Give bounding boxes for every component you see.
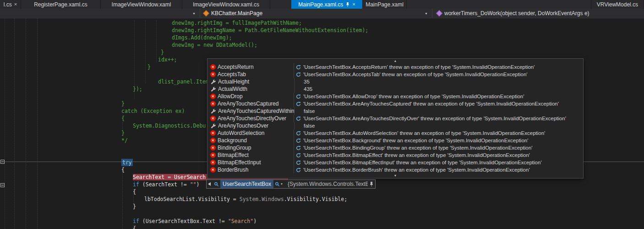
property-value: 'UserSearchTextBox.AreAnyTouchesCaptured… [303, 101, 559, 106]
refresh-icon[interactable] [296, 160, 303, 165]
property-value: 'UserSearchTextBox.BindingGroup' threw a… [303, 145, 532, 151]
code-token: } [121, 101, 125, 107]
watch-row[interactable]: ×AcceptsTab'UserSearchTextBox.AcceptsTab… [207, 71, 583, 78]
code-token: "Search" [228, 218, 253, 224]
watch-row[interactable]: AreAnyTouchesCapturedWithinfalse [207, 107, 583, 115]
property-value-cell: 35 [294, 78, 583, 85]
watch-row[interactable]: ×AllowDrop'UserSearchTextBox.AllowDrop' … [207, 93, 583, 100]
tab-5[interactable]: MainPage.xaml [363, 0, 407, 9]
minus-icon: − [1, 183, 4, 187]
tab-label: MainPage.xaml [366, 1, 404, 8]
tab-0[interactable]: l.cs× [0, 0, 21, 9]
member-dropdown[interactable]: workerTimers_DoWork(object sender, DoWor… [432, 9, 644, 18]
watch-row[interactable]: ×BorderBrush'UserSearchTextBox.BorderBru… [207, 166, 583, 173]
code-token: System.Diagnostics.Debu [133, 123, 206, 129]
error-icon: × [210, 64, 216, 70]
wrench-icon [210, 86, 216, 92]
property-value: 'UserSearchTextBox.AreAnyTouchesDirectly… [303, 116, 566, 121]
watch-row[interactable]: ×AreAnyTouchesCaptured'UserSearchTextBox… [207, 100, 583, 107]
property-value-cell: 'UserSearchTextBox.AcceptsTab' threw an … [294, 71, 583, 78]
tab-label: MainPage.xaml.cs [298, 1, 343, 8]
property-value-cell: 'UserSearchTextBox.AreAnyTouchesCaptured… [294, 100, 583, 107]
type-dropdown[interactable]: KBChatter.MainPage ▼ [200, 9, 432, 18]
code-line: if (UserSearchTextBox.Text != "Search") [0, 218, 644, 225]
refresh-icon[interactable] [296, 116, 303, 121]
project-dropdown[interactable]: ▼ [0, 9, 200, 18]
property-value: false [304, 123, 315, 128]
property-value: 'UserSearchTextBox.Background' threw an … [303, 138, 528, 143]
visualizer-icon[interactable]: ▼ [275, 182, 283, 187]
tab-4[interactable]: MainPage.xaml.cs× [291, 0, 363, 9]
tab-label: RegisterPage.xaml.cs [34, 1, 87, 8]
wrench-icon [210, 123, 216, 129]
refresh-icon[interactable] [296, 153, 303, 158]
member-dropdown-label: workerTimers_DoWork(object sender, DoWor… [444, 10, 589, 17]
refresh-icon[interactable] [296, 168, 303, 173]
chevron-down-icon: ▼ [192, 12, 196, 15]
collapse-region-button[interactable]: − [0, 183, 5, 187]
property-value: 35 [304, 79, 310, 84]
code-token: ) [253, 218, 257, 224]
refresh-icon[interactable] [296, 138, 303, 143]
datatip-expression[interactable]: UserSearchTextBox [220, 180, 273, 188]
close-icon[interactable]: × [14, 2, 17, 7]
watch-rows: ×AcceptsReturn'UserSearchTextBox.Accepts… [207, 63, 583, 173]
property-name: AcceptsReturn [218, 64, 294, 70]
refresh-icon[interactable] [296, 145, 303, 151]
property-value-cell: 'UserSearchTextBox.BindingGroup' threw a… [294, 144, 583, 151]
code-token: catch (Exception ex) [121, 108, 185, 114]
debugger-datatip-popup: ▲ ×AcceptsReturn'UserSearchTextBox.Accep… [207, 58, 584, 179]
property-value: 435 [304, 86, 312, 92]
pin-icon[interactable] [369, 181, 374, 187]
collapse-region-button[interactable]: − [0, 160, 5, 164]
code-token: dImgs.Add(dnewImg); [172, 34, 232, 41]
tab-1[interactable]: RegisterPage.xaml.cs [21, 0, 101, 9]
code-token: */ [121, 137, 128, 144]
error-icon: × [210, 145, 216, 151]
code-line: lbTodoSearchList.Visibility = System.Win… [0, 195, 644, 203]
watch-row[interactable]: ×BindingGroup'UserSearchTextBox.BindingG… [207, 144, 583, 151]
refresh-icon[interactable] [296, 131, 303, 136]
watch-row[interactable]: ActualWidth435 [207, 85, 583, 93]
tab-2[interactable]: ImageViewWindow.xaml [101, 0, 182, 9]
close-icon[interactable]: × [352, 2, 355, 7]
refresh-icon[interactable] [296, 72, 303, 77]
scroll-down-icon[interactable]: ▼ [207, 173, 583, 178]
watch-row[interactable]: ×BitmapEffect'UserSearchTextBox.BitmapEf… [207, 151, 583, 159]
property-value-cell: 'UserSearchTextBox.AreAnyTouchesDirectly… [294, 115, 583, 122]
code-token: lbTodoSearchList.Visibility = [144, 196, 240, 202]
collapse-datatip-icon[interactable] [208, 182, 211, 186]
code-line: { [0, 188, 644, 195]
magnifier-icon[interactable] [214, 182, 219, 187]
watch-row[interactable]: ×AreAnyTouchesDirectlyOver'UserSearchTex… [207, 115, 583, 122]
watch-row[interactable]: AreAnyTouchesOverfalse [207, 122, 583, 129]
code-line: } [0, 49, 644, 56]
tab-bar: l.cs×RegisterPage.xaml.csImageViewWindow… [0, 0, 644, 9]
watch-row[interactable]: ×AcceptsReturn'UserSearchTextBox.Accepts… [207, 63, 583, 71]
refresh-icon[interactable] [296, 94, 303, 99]
property-name: Background [218, 137, 294, 144]
pin-icon[interactable] [345, 2, 350, 7]
tab-3[interactable]: ImageViewWindow.xaml.cs [182, 0, 270, 9]
scroll-up-icon[interactable]: ▲ [207, 59, 583, 63]
watch-row[interactable]: ActualHeight35 [207, 78, 583, 85]
property-value: 'UserSearchTextBox.AcceptsReturn' threw … [303, 64, 535, 70]
refresh-icon[interactable] [296, 65, 303, 70]
datatip-value: {System.Windows.Controls.TextBox} [288, 181, 368, 187]
property-name: AreAnyTouchesCaptured [218, 101, 294, 107]
chevron-down-icon: ▼ [280, 183, 283, 185]
property-value-cell: false [294, 122, 583, 129]
code-token: } [147, 64, 151, 70]
tab-6[interactable]: VRViewModel.cs [591, 0, 644, 9]
code-token: { [133, 189, 136, 195]
code-token: if [133, 218, 139, 224]
watch-row[interactable]: ×Background'UserSearchTextBox.Background… [207, 137, 583, 144]
navigation-bar: ▼ KBChatter.MainPage ▼ workerTimers_DoWo… [0, 9, 644, 18]
watch-row[interactable]: ×BitmapEffectInput'UserSearchTextBox.Bit… [207, 159, 583, 166]
property-name: ActualHeight [218, 78, 294, 85]
watch-row[interactable]: ×AutoWordSelection'UserSearchTextBox.Aut… [207, 129, 583, 137]
property-name: BindingGroup [218, 145, 294, 151]
code-editor[interactable]: − − dnewImg.rightImg = fullImagePathWith… [0, 18, 644, 229]
refresh-icon[interactable] [296, 101, 303, 106]
type-dropdown-label: KBChatter.MainPage [211, 10, 262, 17]
